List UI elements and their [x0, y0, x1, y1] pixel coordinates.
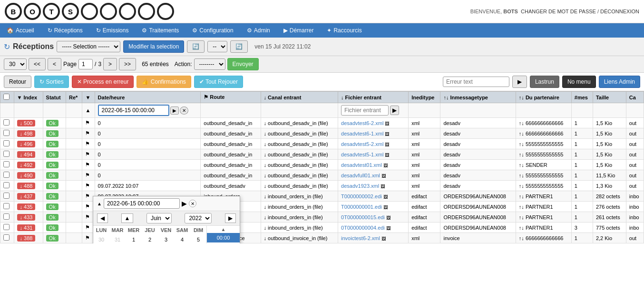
row-checkbox[interactable]: [3, 234, 10, 241]
col-canal[interactable]: ↓ Canal entrant: [261, 92, 338, 103]
row-checkbox[interactable]: [3, 140, 10, 146]
cal-time-item[interactable]: 00:15: [207, 242, 240, 243]
nav-raccourcis[interactable]: ✦ Raccourcis: [320, 23, 368, 38]
row-fichier[interactable]: desadvtest01.xml 🖼: [338, 160, 409, 170]
status-refresh-button[interactable]: 🔄: [230, 40, 248, 53]
row-checkbox[interactable]: [3, 172, 10, 178]
cal-time-item[interactable]: 00:00: [207, 233, 240, 242]
row-fichier[interactable]: desadv1923.xml 🖼: [338, 181, 409, 191]
process-error-button[interactable]: ✕ Process en erreur: [72, 76, 134, 88]
change-password-link[interactable]: CHANGER DE MOT DE PASSE: [521, 9, 596, 14]
cal-day[interactable]: 30: [93, 234, 109, 243]
date-filter-input[interactable]: [98, 105, 169, 116]
refresh-button[interactable]: 🔄: [187, 40, 205, 53]
nav-accueil[interactable]: 🏠 Accueil: [0, 23, 41, 38]
cal-up-btn[interactable]: ▲: [121, 213, 134, 223]
row-index[interactable]: ↓ 431: [17, 224, 36, 231]
col-partner[interactable]: ↑↓ Du partenaire: [516, 92, 571, 103]
row-fichier[interactable]: invoictest6-2.xml 🖼: [338, 233, 409, 243]
row-checkbox[interactable]: [3, 161, 10, 167]
fichier-search-btn[interactable]: ▶: [390, 106, 399, 115]
cal-next-btn[interactable]: ▶: [225, 213, 236, 223]
col-fichier[interactable]: ↓ Fichier entrant: [338, 92, 409, 103]
row-fichier[interactable]: 0T0000000015.edi 🖼: [338, 212, 409, 223]
cal-time-up[interactable]: ▲: [207, 226, 240, 233]
selection-dropdown[interactable]: ----- Selection ------: [57, 41, 120, 52]
lastrun-button[interactable]: Lastrun: [530, 76, 559, 88]
nomenu-button[interactable]: No menu: [562, 76, 596, 88]
page-input[interactable]: [78, 59, 93, 69]
confirm-button[interactable]: 👍 Confirmations: [137, 76, 191, 88]
date-nav-btn[interactable]: ▶: [170, 106, 179, 115]
row-index[interactable]: ↓ 433: [17, 214, 36, 221]
nav-receptions[interactable]: ↻ Réceptions: [41, 23, 89, 38]
row-checkbox[interactable]: [3, 130, 10, 136]
col-index[interactable]: ▼ Index: [14, 92, 43, 103]
row-index[interactable]: ↓ 494: [17, 151, 36, 158]
row-fichier[interactable]: desadvtest5-2.xml 🖼: [338, 139, 409, 149]
row-fichier[interactable]: desadvtest5-1.xml 🖼: [338, 149, 409, 160]
col-date[interactable]: Date/heure: [95, 92, 201, 103]
cal-clear-btn[interactable]: ✕: [189, 200, 196, 207]
row-index[interactable]: ↓ 388: [17, 235, 36, 242]
status-dropdown[interactable]: --: [207, 41, 227, 52]
error-search-input[interactable]: [443, 77, 509, 87]
nav-emissions[interactable]: ↻ Emissions: [89, 23, 136, 38]
row-fichier[interactable]: desadvtest6-2.xml 🖼: [338, 118, 409, 128]
cal-day[interactable]: 5: [190, 234, 206, 243]
cal-day[interactable]: 1: [126, 234, 142, 243]
row-checkbox[interactable]: [3, 224, 10, 230]
cal-up-nav[interactable]: ▲: [97, 201, 102, 206]
row-index[interactable]: ↓ 435: [17, 203, 36, 210]
liens-admin-button[interactable]: Liens Admin: [599, 76, 640, 88]
nav-admin[interactable]: ⚙ Admin: [240, 23, 277, 38]
nav-traitements[interactable]: ⚙ Traitements: [135, 23, 185, 38]
last-page-button[interactable]: >>: [119, 58, 136, 70]
search-arrow-button[interactable]: ▶: [512, 76, 527, 88]
row-checkbox[interactable]: [3, 193, 10, 199]
cal-day[interactable]: 4: [174, 234, 190, 243]
row-checkbox[interactable]: [3, 182, 10, 188]
back-button[interactable]: Retour: [4, 76, 31, 88]
row-checkbox[interactable]: [3, 213, 10, 220]
row-fichier[interactable]: desadvtest6-1.xml 🖼: [338, 128, 409, 139]
col-inmsg[interactable]: ↑↓ Inmessagetype: [440, 92, 516, 103]
next-page-button[interactable]: >: [103, 58, 117, 70]
select-all-checkbox[interactable]: [3, 94, 10, 100]
row-index[interactable]: ↓ 488: [17, 183, 36, 189]
row-checkbox[interactable]: [3, 119, 10, 126]
reject-all-button[interactable]: ✔ Tout Rejouer: [194, 76, 243, 88]
col-route[interactable]: ⚑ Route: [201, 92, 261, 103]
row-fichier[interactable]: T0000000001.edi 🖼: [338, 202, 409, 212]
cal-day[interactable]: 3: [158, 234, 174, 243]
date-filter-up[interactable]: ▲: [85, 107, 90, 113]
row-index[interactable]: ↓ 500: [17, 120, 36, 126]
cal-day[interactable]: 2: [142, 234, 158, 243]
action-dropdown[interactable]: --------: [194, 58, 225, 70]
modify-selection-button[interactable]: Modifier la selection: [123, 40, 184, 53]
cal-right-nav[interactable]: ▶: [182, 200, 187, 207]
row-checkbox[interactable]: [3, 203, 10, 209]
outputs-button[interactable]: ↻ Sorties: [34, 76, 69, 88]
first-page-button[interactable]: <<: [29, 58, 46, 70]
send-button[interactable]: Envoyer: [227, 58, 259, 70]
cal-day[interactable]: 31: [109, 234, 126, 243]
per-page-select[interactable]: 30: [4, 58, 27, 70]
col-filter[interactable]: ▼: [82, 92, 95, 103]
row-index[interactable]: ↓ 498: [17, 130, 36, 137]
nav-configuration[interactable]: ⚙ Configuration: [185, 23, 240, 38]
cal-year-select[interactable]: 2022: [185, 213, 212, 223]
cal-month-select[interactable]: Juin: [146, 213, 172, 223]
row-index[interactable]: ↓ 490: [17, 172, 36, 179]
row-index[interactable]: ↓ 496: [17, 141, 36, 147]
fichier-filter-input[interactable]: [341, 105, 389, 116]
row-index[interactable]: ↓ 492: [17, 162, 36, 168]
logout-link[interactable]: DÉCONNEXION: [600, 9, 639, 14]
cal-prev-btn[interactable]: ◀: [97, 213, 108, 223]
row-fichier[interactable]: 0T0000000004.edi 🖼: [338, 223, 409, 233]
nav-demarrer[interactable]: ▶ Démarrer: [277, 23, 321, 38]
row-checkbox[interactable]: [3, 151, 10, 157]
date-clear-btn[interactable]: ✕: [180, 106, 188, 115]
row-fichier[interactable]: T0000000002.edi 🖼: [338, 191, 409, 202]
row-fichier[interactable]: desadvfull01.xml 🖼: [338, 170, 409, 181]
